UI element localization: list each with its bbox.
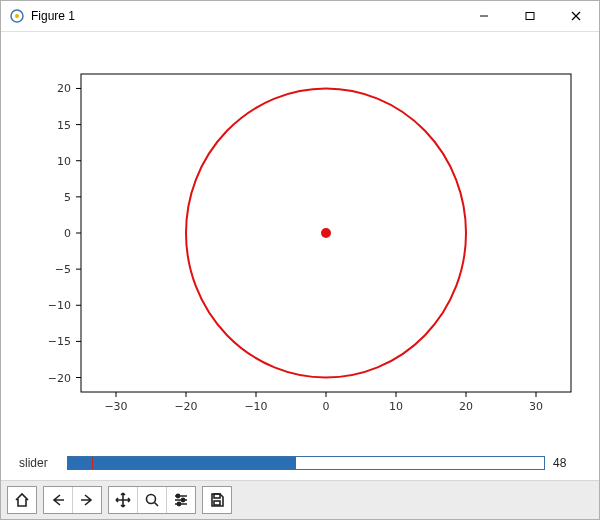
svg-point-40 — [321, 228, 331, 238]
close-button[interactable] — [553, 1, 599, 31]
slider-value: 48 — [553, 456, 581, 470]
view-group — [108, 486, 196, 514]
minimize-button[interactable] — [461, 1, 507, 31]
svg-text:10: 10 — [57, 155, 71, 168]
svg-point-1 — [15, 14, 19, 18]
titlebar: Figure 1 — [1, 1, 599, 32]
svg-text:0: 0 — [323, 400, 330, 413]
svg-text:10: 10 — [389, 400, 403, 413]
home-button[interactable] — [7, 486, 37, 514]
slider-track[interactable] — [67, 456, 545, 470]
back-button[interactable] — [44, 487, 73, 513]
svg-point-42 — [176, 494, 179, 497]
svg-text:20: 20 — [459, 400, 473, 413]
svg-text:−10: −10 — [48, 299, 71, 312]
slider-init-marker — [92, 457, 93, 469]
zoom-button[interactable] — [138, 487, 167, 513]
svg-text:−5: −5 — [55, 263, 71, 276]
svg-text:15: 15 — [57, 119, 71, 132]
svg-text:5: 5 — [64, 191, 71, 204]
svg-text:30: 30 — [529, 400, 543, 413]
svg-text:−20: −20 — [48, 372, 71, 385]
svg-point-44 — [177, 502, 180, 505]
maximize-button[interactable] — [507, 1, 553, 31]
slider-row: slider 48 — [1, 446, 599, 480]
history-group — [43, 486, 102, 514]
svg-rect-3 — [526, 13, 534, 20]
svg-point-43 — [181, 498, 184, 501]
svg-text:−20: −20 — [174, 400, 197, 413]
svg-text:−10: −10 — [244, 400, 267, 413]
window-title: Figure 1 — [31, 9, 75, 23]
nav-toolbar — [1, 480, 599, 519]
svg-text:20: 20 — [57, 82, 71, 95]
svg-text:−30: −30 — [104, 400, 127, 413]
save-button[interactable] — [202, 486, 232, 514]
svg-text:−15: −15 — [48, 335, 71, 348]
svg-text:0: 0 — [64, 227, 71, 240]
forward-button[interactable] — [73, 487, 101, 513]
svg-rect-45 — [214, 494, 220, 498]
svg-rect-46 — [214, 501, 220, 505]
plot-area[interactable]: −30−20−100102030−20−15−10−505101520 — [1, 32, 599, 446]
slider-label: slider — [19, 456, 59, 470]
configure-button[interactable] — [167, 487, 195, 513]
pan-button[interactable] — [109, 487, 138, 513]
slider-fill — [68, 457, 296, 469]
app-icon — [9, 8, 25, 24]
svg-point-41 — [147, 495, 156, 504]
app-window: Figure 1 −30−20−100102030−20−15−10−50510… — [0, 0, 600, 520]
